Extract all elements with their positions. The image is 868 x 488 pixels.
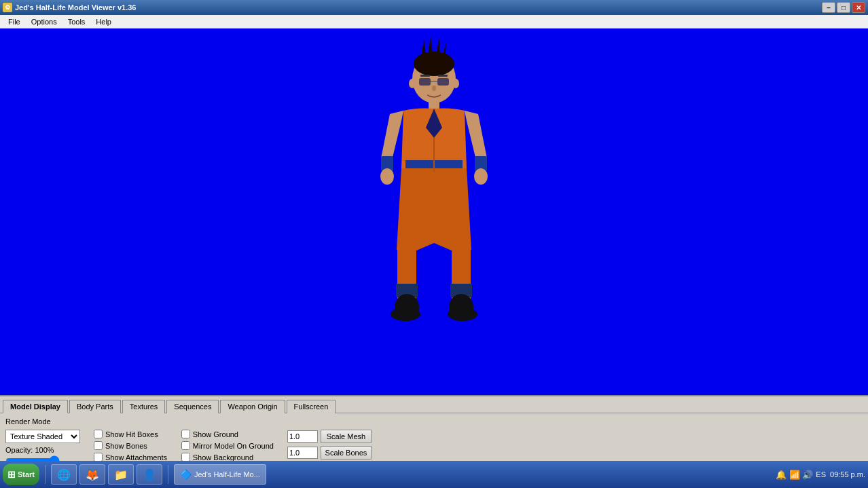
start-label: Start xyxy=(18,470,35,478)
taskbar-app-firefox[interactable]: 🦊 xyxy=(79,464,105,485)
menu-help[interactable]: Help xyxy=(90,15,117,29)
show-hit-boxes-label: Show Hit Boxes xyxy=(105,430,158,438)
menu-options[interactable]: Options xyxy=(26,15,62,29)
close-button[interactable]: ✕ xyxy=(852,2,865,13)
tab-sequences[interactable]: Sequences xyxy=(166,400,219,413)
show-bones-row: Show Bones xyxy=(94,441,168,450)
svg-rect-8 xyxy=(419,78,431,86)
sys-tray: 🔔 📶 🔊 ES xyxy=(776,470,826,480)
tab-body-parts[interactable]: Body Parts xyxy=(69,400,121,413)
scale-mesh-button[interactable]: Scale Mesh xyxy=(321,430,372,443)
show-ground-row: Show Ground xyxy=(181,430,274,438)
show-bones-checkbox[interactable] xyxy=(94,441,103,450)
show-hit-boxes-checkbox[interactable] xyxy=(94,430,103,438)
scale-bones-input[interactable] xyxy=(287,447,318,459)
tab-textures[interactable]: Textures xyxy=(122,400,166,413)
render-mode-label: Render Mode xyxy=(5,417,80,426)
svg-point-19 xyxy=(380,168,394,185)
show-attachments-label: Show Attachments xyxy=(105,453,167,462)
svg-rect-9 xyxy=(437,78,449,86)
taskbar-app-user[interactable]: 👤 xyxy=(137,464,162,485)
show-ground-label: Show Ground xyxy=(193,430,238,438)
scale-mesh-row: Scale Mesh xyxy=(287,430,372,443)
render-mode-select[interactable]: Texture Shaded Wireframe Flat Shaded Smo… xyxy=(5,430,80,443)
titlebar-left: ⚙ Jed's Half-Life Model Viewer v1.36 xyxy=(3,3,136,12)
tab-fullscreen[interactable]: Fullscreen xyxy=(287,400,336,413)
show-background-label: Show Background xyxy=(193,453,253,462)
svg-point-11 xyxy=(432,86,436,91)
opacity-label: Opacity: 100% xyxy=(5,446,54,454)
show-hit-boxes-row: Show Hit Boxes xyxy=(94,430,168,438)
show-bones-label: Show Bones xyxy=(105,442,147,450)
show-ground-checkbox[interactable] xyxy=(181,430,190,438)
mirror-model-row: Mirror Model On Ground xyxy=(181,441,274,450)
folder-icon: 📁 xyxy=(114,468,128,481)
tab-model-display[interactable]: Model Display xyxy=(3,400,68,413)
mirror-model-label: Mirror Model On Ground xyxy=(193,442,274,450)
taskbar-right: 🔔 📶 🔊 ES 09:55 p.m. xyxy=(776,470,865,480)
svg-point-28 xyxy=(448,307,477,321)
tab-bar: Model Display Body Parts Textures Sequen… xyxy=(0,396,868,413)
titlebar-buttons: – □ ✕ xyxy=(822,2,865,13)
ie-icon: 🌐 xyxy=(57,468,71,481)
tray-icons: 🔔 📶 🔊 xyxy=(776,470,813,480)
svg-rect-7 xyxy=(438,75,448,77)
titlebar: ⚙ Jed's Half-Life Model Viewer v1.36 – □… xyxy=(0,0,868,15)
user-icon: 👤 xyxy=(143,468,156,481)
opacity-row: Opacity: 100% xyxy=(5,446,80,454)
scale-bones-button[interactable]: Scale Bones xyxy=(321,446,372,459)
taskbar-left: ⊞ Start 🌐 🦊 📁 👤 🔷 Jed's Half-Life Mo... xyxy=(3,464,266,485)
start-button[interactable]: ⊞ Start xyxy=(3,464,39,485)
firefox-icon: 🦊 xyxy=(86,468,99,481)
svg-rect-6 xyxy=(420,75,430,77)
clock-time: 09:55 p.m. xyxy=(830,470,865,478)
tab-weapon-origin[interactable]: Weapon Origin xyxy=(220,400,285,413)
menubar: File Options Tools Help xyxy=(0,15,868,29)
system-clock: 09:55 p.m. xyxy=(830,470,865,478)
active-app-label: Jed's Half-Life Mo... xyxy=(194,470,260,478)
character-model xyxy=(366,33,502,358)
menu-tools[interactable]: Tools xyxy=(62,15,91,29)
taskbar: ⊞ Start 🌐 🦊 📁 👤 🔷 Jed's Half-Life Mo... … xyxy=(0,461,868,488)
taskbar-separator2 xyxy=(168,465,168,484)
render-mode-column: Render Mode Texture Shaded Wireframe Fla… xyxy=(5,417,80,465)
windows-logo-icon: ⊞ xyxy=(7,469,16,480)
app-icon: ⚙ xyxy=(3,3,12,12)
svg-point-13 xyxy=(452,79,459,88)
language-indicator: ES xyxy=(816,470,826,478)
svg-point-26 xyxy=(391,307,420,321)
taskbar-app-folder[interactable]: 📁 xyxy=(108,464,134,485)
scale-mesh-input[interactable] xyxy=(287,430,318,443)
model-viewer-icon: 🔷 xyxy=(180,469,192,480)
window-title: Jed's Half-Life Model Viewer v1.36 xyxy=(15,3,136,12)
taskbar-separator xyxy=(45,465,46,484)
taskbar-active-app[interactable]: 🔷 Jed's Half-Life Mo... xyxy=(174,464,266,485)
svg-point-20 xyxy=(474,168,488,185)
svg-point-12 xyxy=(409,79,416,88)
maximize-button[interactable]: □ xyxy=(837,2,850,13)
minimize-button[interactable]: – xyxy=(822,2,835,13)
mirror-model-checkbox[interactable] xyxy=(181,441,190,450)
3d-viewport[interactable] xyxy=(0,29,868,395)
scale-bones-row: Scale Bones xyxy=(287,446,372,459)
svg-point-5 xyxy=(414,52,454,76)
menu-file[interactable]: File xyxy=(3,15,26,29)
taskbar-app-ie[interactable]: 🌐 xyxy=(51,464,77,485)
